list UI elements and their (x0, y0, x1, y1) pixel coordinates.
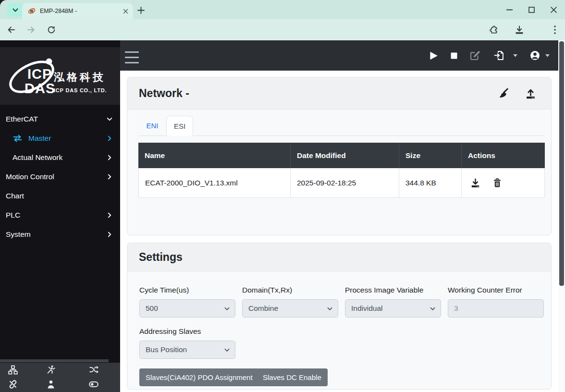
download-file-button[interactable] (468, 176, 482, 190)
back-button[interactable] (6, 24, 16, 35)
user-menu-button[interactable] (528, 40, 541, 71)
esi-file-table: Name Date Modified Size Actions ECAT-200… (138, 143, 545, 198)
logo-text-icp: ICP (27, 66, 52, 82)
chevron-down-icon (430, 307, 435, 311)
screen: EMP-2848M - (0, 0, 565, 392)
browser-tab[interactable]: EMP-2848M - (22, 3, 133, 19)
chevron-down-icon (224, 307, 230, 311)
input-value: 3 (454, 304, 458, 312)
column-header-date: Date Modified (291, 143, 399, 168)
run-button[interactable] (427, 40, 440, 71)
tab-close-icon[interactable] (123, 9, 128, 14)
column-header-name: Name (138, 143, 291, 168)
menu-toggle-button[interactable] (120, 40, 149, 71)
chevron-down-icon (224, 348, 230, 352)
chevron-down-icon (327, 307, 332, 311)
select-value: Bus Position (146, 345, 187, 354)
tab-label: ENI (146, 122, 158, 130)
edit-button[interactable] (468, 40, 481, 71)
wce-label: Working Counter Error (448, 286, 522, 294)
plus-icon (137, 7, 145, 14)
runner-icon[interactable] (46, 365, 56, 375)
new-tab-button[interactable] (135, 4, 147, 16)
page-scrollbar[interactable] (558, 40, 565, 392)
pdo-assignment-button[interactable]: Slaves(CiA402) PDO Assignment (139, 368, 259, 386)
chevron-down-icon (106, 116, 113, 122)
actions-cell (462, 168, 545, 198)
domain-select[interactable]: Combine (242, 299, 338, 318)
user-caret-button[interactable] (544, 40, 551, 71)
download-icon (470, 178, 480, 188)
sidebar-item-system[interactable]: System (0, 225, 120, 244)
select-value: 500 (146, 304, 158, 312)
wce-input[interactable]: 3 (448, 299, 544, 318)
sidebar-item-plc[interactable]: PLC (0, 206, 120, 225)
stop-button[interactable] (448, 40, 460, 71)
cycle-time-select[interactable]: 500 (139, 299, 235, 318)
shuffle-icon[interactable] (89, 365, 98, 375)
sidebar-item-motion-control[interactable]: Motion Control (0, 167, 120, 186)
chevron-right-icon (106, 231, 113, 238)
clear-button[interactable] (495, 86, 510, 101)
process-image-select[interactable]: Individual (345, 299, 441, 318)
tab-label: ESI (174, 122, 185, 130)
sitemap-icon[interactable] (8, 365, 18, 375)
extensions-button[interactable] (489, 24, 499, 35)
network-card-header: Network - (127, 77, 551, 110)
tab-eni[interactable]: ENI (138, 116, 166, 135)
dc-enable-button[interactable]: Slaves DC Enable (257, 368, 328, 386)
close-button[interactable] (542, 0, 565, 19)
table-header-row: Name Date Modified Size Actions (138, 143, 545, 168)
tab-search-button[interactable] (7, 3, 23, 17)
addressing-select[interactable]: Bus Position (139, 341, 235, 359)
downloads-button[interactable] (514, 24, 525, 35)
sidebar-item-ethercat[interactable]: EtherCAT (0, 110, 120, 129)
trash-icon (492, 178, 502, 188)
maximize-button[interactable] (520, 0, 542, 19)
minimize-button[interactable] (498, 0, 520, 19)
sidebar-item-master[interactable]: Master (0, 129, 120, 148)
sidebar-item-label: Motion Control (6, 172, 54, 181)
tab-esi[interactable]: ESI (166, 116, 193, 136)
sidebar-item-label: Master (28, 134, 51, 143)
unlink-icon[interactable] (8, 380, 18, 389)
play-icon (428, 50, 439, 61)
icpdas-favicon (28, 7, 36, 15)
toggle-icon[interactable] (89, 380, 98, 389)
swap-arrows-icon (12, 135, 23, 142)
chevron-right-icon (106, 154, 113, 161)
network-card: Network - ENI ESI Name Date Modified Siz… (127, 77, 552, 235)
import-caret-button[interactable] (512, 40, 518, 71)
sidebar-item-label: Chart (6, 192, 24, 200)
chevron-down-icon (12, 7, 19, 13)
column-header-size: Size (399, 143, 462, 168)
hamburger-icon (125, 51, 139, 53)
reload-button[interactable] (46, 24, 57, 35)
import-icon (494, 50, 504, 61)
chevron-right-icon (106, 212, 113, 219)
tab-title: EMP-2848M - (40, 8, 123, 14)
delete-file-button[interactable] (490, 176, 504, 190)
select-value: Combine (248, 304, 278, 312)
caret-down-icon (545, 54, 550, 57)
scrollbar-thumb[interactable] (559, 41, 564, 286)
upload-button[interactable] (523, 86, 538, 101)
close-icon (551, 7, 557, 13)
browser-menu-button[interactable] (550, 24, 560, 35)
sidebar-item-chart[interactable]: Chart (0, 186, 120, 206)
table-row: ECAT-2000_DIO_V1.13.xml 2025-09-02-18:25… (138, 168, 545, 198)
forward-button[interactable] (26, 24, 37, 35)
select-value: Individual (351, 304, 383, 312)
person-icon[interactable] (46, 380, 56, 389)
import-button[interactable] (492, 40, 505, 71)
upload-icon (525, 88, 536, 99)
sidebar-scrollbar[interactable] (0, 359, 109, 362)
date-modified-cell: 2025-09-02-18:25 (291, 168, 399, 198)
sidebar-item-actual-network[interactable]: Actual Network (0, 148, 120, 167)
browser-tabstrip: EMP-2848M - (0, 0, 565, 19)
reload-icon (47, 25, 56, 35)
browser-toolbar: Не защищено 192.168.255.1/ecat/master G (0, 19, 565, 40)
logo-text-company: ICP DAS CO., LTD. (54, 87, 107, 93)
addressing-label: Addressing Slaves (139, 327, 201, 336)
process-image-label: Process Image Variable (345, 286, 423, 294)
